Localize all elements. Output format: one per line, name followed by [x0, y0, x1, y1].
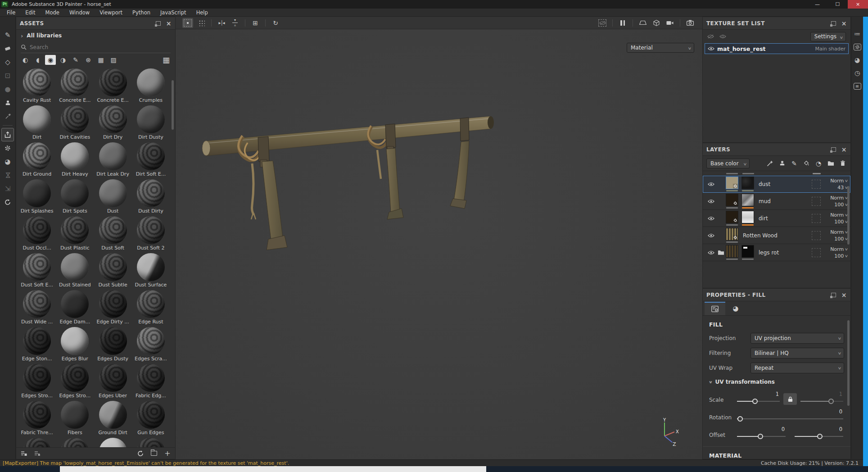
filter-materials-icon[interactable]: ◐	[20, 55, 31, 65]
fill-thumbnail[interactable]	[726, 194, 738, 206]
blend-mode-dropdown[interactable]: Norm∨	[830, 195, 848, 201]
mask-thumbnail[interactable]	[741, 194, 754, 206]
export-textures-icon[interactable]	[1, 128, 14, 141]
asset-tile[interactable]: Edge Rust	[132, 290, 170, 327]
mask-anchor-box[interactable]	[812, 214, 821, 223]
fill-thumbnail[interactable]	[726, 211, 738, 223]
paint-tool-icon[interactable]: ✎	[1, 28, 14, 42]
menu-javascript[interactable]: JavaScript	[155, 9, 191, 17]
search-input[interactable]	[30, 44, 171, 50]
particles-icon[interactable]	[1, 141, 14, 155]
menu-help[interactable]: Help	[191, 9, 213, 17]
camera-view-icon[interactable]	[665, 18, 675, 28]
close-panel-icon[interactable]: ×	[841, 20, 847, 27]
field-value-dropdown[interactable]: Bilinear | HQ∨	[750, 348, 844, 359]
menu-file[interactable]: File	[2, 9, 20, 17]
close-panel-icon[interactable]: ×	[841, 146, 847, 153]
asset-tile[interactable]: Dirt Leak Dry	[94, 142, 132, 179]
asset-tile[interactable]	[56, 438, 94, 447]
undock-panel-icon[interactable]	[156, 21, 161, 26]
asset-tile[interactable]: Ground Dirt	[94, 401, 132, 438]
layer-row-dust[interactable]: dustNorm∨43∨	[703, 176, 850, 193]
rotation-value[interactable]: 0	[737, 408, 843, 415]
asset-tile[interactable]: Fabric Thre...	[18, 401, 56, 438]
layer-row-Rotten-Wood[interactable]: Rotten WoodNorm∨100∨	[703, 227, 850, 244]
layer-row-dirt[interactable]: dirtNorm∨100∨	[703, 210, 850, 227]
pause-engine-icon[interactable]	[617, 18, 628, 28]
add-resource-icon[interactable]: +	[163, 449, 172, 458]
offset-y-value[interactable]: 0	[795, 426, 843, 433]
maximize-button[interactable]: ☐	[827, 0, 848, 9]
menu-mode[interactable]: Mode	[41, 9, 64, 17]
asset-tile[interactable]: Fabric Edg...	[132, 364, 170, 401]
menu-python[interactable]: Python	[127, 9, 155, 17]
group-folder-icon[interactable]	[716, 250, 725, 255]
blend-mode-dropdown[interactable]: Norm∨	[830, 229, 848, 235]
asset-tile[interactable]: Edges Blur	[56, 327, 94, 364]
offset-x-value[interactable]: 0	[737, 426, 786, 433]
smudge-tool-icon[interactable]: ●	[1, 82, 14, 96]
eraser-tool-icon[interactable]	[1, 42, 14, 55]
perspective-view-icon[interactable]	[637, 18, 648, 28]
asset-tile[interactable]: Dust Occl...	[18, 216, 56, 253]
filter-smart-materials-icon[interactable]: ◖	[32, 55, 43, 65]
asset-tile[interactable]: Edge Dirty ...	[94, 290, 132, 327]
asset-tile[interactable]: Edges Dusty	[94, 327, 132, 364]
clipped-layer-row[interactable]	[703, 171, 850, 176]
undock-panel-icon[interactable]	[831, 293, 836, 297]
opacity-dropdown[interactable]: 100∨	[834, 202, 848, 208]
grid-view-icon[interactable]: ▦	[161, 55, 172, 65]
asset-tile[interactable]: Dust Plastic	[56, 216, 94, 253]
asset-tile[interactable]: Dust Dirty	[132, 179, 170, 216]
log-icon[interactable]: ≡	[853, 82, 862, 91]
bake-icon[interactable]: ⋈	[1, 168, 14, 182]
clone-tool-icon[interactable]	[1, 96, 14, 109]
mask-anchor-box[interactable]	[812, 231, 821, 240]
hide-all-eye-icon[interactable]	[707, 34, 714, 39]
properties-panel-icon[interactable]: ≔	[853, 29, 862, 38]
layer-row-legs-rot[interactable]: legs rotNorm∨100∨	[703, 244, 850, 261]
menu-edit[interactable]: Edit	[20, 9, 40, 17]
mask-thumbnail[interactable]	[741, 245, 754, 258]
asset-tile[interactable]: Dust Soft	[94, 216, 132, 253]
blend-mode-dropdown[interactable]: Norm∨	[830, 178, 848, 184]
library-selector[interactable]: › All libraries	[16, 30, 175, 41]
undock-panel-icon[interactable]	[831, 21, 836, 26]
visibility-eye-icon[interactable]	[705, 233, 716, 238]
close-panel-icon[interactable]: ×	[841, 292, 847, 298]
menu-window[interactable]: Window	[64, 9, 95, 17]
screenshot-icon[interactable]	[685, 18, 696, 28]
reload-shelf-icon[interactable]	[1, 195, 14, 209]
asset-tile[interactable]: Dirt Dry	[94, 105, 132, 142]
visibility-eye-icon[interactable]	[705, 216, 716, 221]
asset-tile[interactable]: Gun Edges	[132, 401, 170, 438]
asset-tile[interactable]: Edges Stro...	[56, 364, 94, 401]
filter-procedurals-icon[interactable]: ▦	[95, 55, 106, 65]
shelf-import-icon[interactable]	[20, 449, 28, 458]
display-material-icon[interactable]: ◕	[1, 155, 14, 168]
display-settings-icon[interactable]	[853, 42, 862, 51]
opacity-dropdown[interactable]: 100∨	[834, 236, 848, 242]
visibility-eye-icon[interactable]	[708, 46, 714, 51]
mask-anchor-box[interactable]	[812, 248, 821, 257]
field-value-dropdown[interactable]: UV projection∨	[750, 333, 844, 344]
center-pivot-icon[interactable]: ⊞	[250, 18, 261, 28]
filter-smart-masks-icon[interactable]: ◉	[45, 55, 56, 65]
visibility-eye-icon[interactable]	[705, 250, 716, 255]
asset-tile[interactable]: Dirt Dusty	[132, 105, 170, 142]
fill-thumbnail[interactable]	[726, 245, 738, 258]
delete-layer-icon[interactable]	[839, 159, 847, 168]
minimize-button[interactable]: —	[807, 0, 827, 9]
asset-tile[interactable]: Crumples	[132, 68, 170, 105]
asset-tile[interactable]: Dust Wide ...	[18, 290, 56, 327]
asset-tile[interactable]: Dirt Heavy	[56, 142, 94, 179]
scale-x-slider[interactable]	[737, 398, 780, 405]
asset-tile[interactable]: Dirt	[18, 105, 56, 142]
offset-x-slider[interactable]	[737, 433, 786, 440]
visibility-eye-icon[interactable]	[705, 199, 716, 204]
offset-y-slider[interactable]	[795, 433, 843, 440]
layer-row-mud[interactable]: mudNorm∨100∨	[703, 193, 850, 210]
menu-viewport[interactable]: Viewport	[95, 9, 127, 17]
scale-x-value[interactable]: 1	[737, 391, 780, 398]
filter-brushes-icon[interactable]: ✎	[70, 55, 81, 65]
